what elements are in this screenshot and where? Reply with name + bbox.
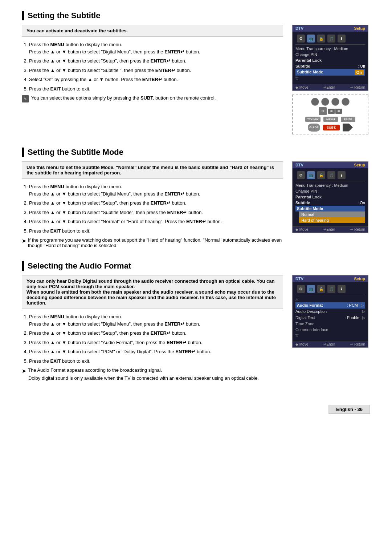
footer-enter-2: ↵Enter: [323, 227, 335, 231]
audio-format-tv-menu: DTV Setup ⚙ 📺 🔒 🎵 ℹ △: [292, 275, 368, 348]
tv-menu-row-3-timezone: Time Zone: [295, 321, 365, 327]
footer-text: English - 36: [328, 405, 370, 414]
audio-format-info-box: You can only hear Dolby Digital sound th…: [22, 275, 283, 309]
tv-menu-row-2-subtitle-mode: Subtitle Mode: [295, 206, 365, 211]
tv-menu-row-transparency: Menu Transparency : Medium: [295, 46, 365, 52]
subtitle-mode-step-2: Press the ▲ or ▼ button to select "Setup…: [29, 200, 283, 207]
section-audio-format-title: Selecting the Audio Format: [22, 261, 370, 271]
tv-icon-2-2: 📺: [307, 171, 315, 179]
section-subtitle-title: Setting the Subtitle: [22, 11, 370, 20]
tv-menu-row-subtitle: Subtitle : Off: [295, 63, 365, 69]
subtitle-mode-dropdown: Normal Hard of hearing: [299, 211, 365, 223]
section-subtitle: Setting the Subtitle You can activate an…: [22, 11, 370, 134]
remote-menu-btn: MENU: [323, 117, 338, 122]
remote-bottom-row: GUIDE SUBT.: [308, 124, 353, 132]
audio-format-info-text-1: You can only hear Dolby Digital sound th…: [26, 278, 274, 289]
subtitle-mode-info-box: Use this menu to set the Subtitle Mode. …: [22, 161, 283, 179]
remote-top-circles: [311, 98, 350, 106]
setup-label: Setup: [354, 26, 365, 31]
remote-icon-row: ⊡ ▦ ▦: [319, 107, 342, 115]
audio-format-step-5: Press the EXIT button to exit.: [29, 358, 283, 365]
tv-menu-body-2: ⚙ 📺 🔒 🎵 ℹ Menu Transparency : Medium Cha…: [293, 168, 368, 226]
audio-format-step-1: Press the MENU button to display the men…: [29, 313, 283, 327]
tv-menu-header: DTV Setup: [293, 25, 368, 32]
section-audio-format: Selecting the Audio Format You can only …: [22, 261, 370, 381]
tv-icon-2: 📺: [307, 35, 315, 43]
tv-icon-3-5: ℹ: [338, 285, 346, 293]
setup-label-3: Setup: [354, 277, 365, 281]
dtv-label-2: DTV: [295, 163, 303, 167]
arrow-icon-2: ➤: [22, 367, 26, 375]
dropdown-hard-of-hearing: Hard of hearing: [299, 217, 365, 223]
tv-menu-icons-3: ⚙ 📺 🔒 🎵 ℹ: [295, 284, 365, 294]
section-audio-format-text: You can only hear Dolby Digital sound th…: [22, 275, 283, 381]
subtitle-step-1: Press the MENU button to display the men…: [29, 41, 283, 55]
subtitle-mode-step-3: Press the ▲ or ▼ button to select "Subti…: [29, 209, 283, 216]
tv-menu-icons-2: ⚙ 📺 🔒 🎵 ℹ: [295, 170, 365, 180]
tv-menu-footer-2: ◆ Move ↵Enter ↩ Return: [293, 226, 368, 233]
subtitle-mode-step-4: Press the ▲ or ▼ button to select "Norma…: [29, 218, 283, 225]
subtitle-mode-step-1: Press the MENU button to display the men…: [29, 183, 283, 197]
subtitle-steps: Press the MENU button to display the men…: [22, 41, 283, 92]
tv-icon-1: ⚙: [297, 35, 305, 43]
tv-menu-footer: ◆ Move ↵Enter ↩ Return: [293, 84, 368, 90]
subtitle-note: ✎ You can select these options simply by…: [22, 95, 283, 102]
section-subtitle-mode-text: Use this menu to set the Subtitle Mode. …: [22, 161, 283, 248]
tv-menu-icons: ⚙ 📺 🔒 🎵 ℹ: [295, 34, 365, 43]
remote-control-image: ⊡ ▦ ▦ TTX/MIX MENU PSIZE GUIDE: [292, 94, 368, 134]
tv-menu-row-3-up: △: [295, 296, 365, 302]
subtitle-mode-images: DTV Setup ⚙ 📺 🔒 🎵 ℹ Menu Tr: [290, 161, 370, 233]
audio-format-info-text-2: When sound is emitted from both the main…: [26, 289, 276, 306]
remote-guide-btn: GUIDE: [308, 124, 320, 132]
subtitle-mode-tv-menu: DTV Setup ⚙ 📺 🔒 🎵 ℹ Menu Tr: [292, 161, 368, 233]
footer-enter: ↵Enter: [323, 85, 335, 89]
footer-move: ◆ Move: [295, 85, 308, 89]
section-audio-format-content: You can only hear Dolby Digital sound th…: [22, 275, 370, 381]
subtitle-info-text: You can activate and deactivate the subt…: [26, 28, 128, 33]
footer-enter-3: ↵Enter: [323, 342, 335, 346]
section-subtitle-mode: Setting the Subtitle Mode Use this menu …: [22, 148, 370, 248]
tv-icon-3: 🔒: [317, 35, 325, 43]
tv-icon-2-1: ⚙: [297, 171, 305, 179]
tv-icon-3-3: 🔒: [317, 285, 325, 293]
audio-format-steps: Press the MENU button to display the men…: [22, 313, 283, 364]
audio-format-step-2: Press the ▲ or ▼ button to select "Setup…: [29, 330, 283, 337]
subtitle-info-box: You can activate and deactivate the subt…: [22, 25, 283, 37]
subtitle-step-2: Press the ▲ or ▼ button to select "Setup…: [29, 57, 283, 65]
tv-menu-row-2-parental: Parental Lock: [295, 194, 365, 200]
tv-icon-2-4: 🎵: [327, 171, 335, 179]
remote-circle-4: [342, 98, 350, 106]
subtitle-images: DTV Setup ⚙ 📺 🔒 🎵 ℹ: [290, 25, 370, 134]
tv-icon-4: 🎵: [327, 35, 335, 43]
remote-subt-btn: SUBT.: [323, 125, 340, 130]
tv-menu-row-2-transparency: Menu Transparency : Medium: [295, 182, 365, 188]
audio-format-note-text-2: Dolby digital sound is only available wh…: [28, 375, 259, 381]
tv-menu-header-3: DTV Setup: [293, 275, 368, 282]
tv-menu-row-3-common-iface: Common Interface: [295, 327, 365, 333]
subtitle-mode-info-text: Use this menu to set the Subtitle Mode. …: [26, 165, 274, 176]
tv-menu-row-3-digital-text: Digital Text : Enable ▷: [295, 315, 365, 321]
tv-menu-row-3-down: ▽: [295, 333, 365, 339]
tv-menu-footer-3: ◆ Move ↵Enter ↩ Return: [293, 341, 368, 347]
remote-psize-btn: PSIZE: [341, 117, 355, 122]
audio-format-step-4: Press the ▲ or ▼ button to select "PCM" …: [29, 348, 283, 355]
footer-move-3: ◆ Move: [295, 342, 308, 346]
subtitle-tv-menu: DTV Setup ⚙ 📺 🔒 🎵 ℹ: [292, 25, 368, 91]
tv-icon-2-5: ℹ: [338, 171, 346, 179]
tv-icon-3-4: 🎵: [327, 285, 335, 293]
setup-label-2: Setup: [354, 163, 365, 167]
tv-icon-3-2: 📺: [307, 285, 315, 293]
arrow-icon: ➤: [22, 237, 26, 245]
tv-menu-row-3-audio-desc: Audio Description ▷: [295, 309, 365, 315]
section-subtitle-content: You can activate and deactivate the subt…: [22, 25, 370, 134]
footer-return-3: ↩ Return: [350, 342, 365, 346]
subtitle-mode-step-5: Press the EXIT button to exit.: [29, 227, 283, 235]
section-subtitle-mode-content: Use this menu to set the Subtitle Mode. …: [22, 161, 370, 248]
note-icon: ✎: [22, 95, 29, 102]
remote-arrow-icon: [343, 124, 353, 132]
tv-menu-body-3: ⚙ 📺 🔒 🎵 ℹ △ Audio Format : PCM: [293, 282, 368, 341]
tv-icon-2-3: 🔒: [317, 171, 325, 179]
footer-move-2: ◆ Move: [295, 227, 308, 231]
audio-format-images: DTV Setup ⚙ 📺 🔒 🎵 ℹ △: [290, 275, 370, 348]
tv-icon-3-1: ⚙: [297, 285, 305, 293]
